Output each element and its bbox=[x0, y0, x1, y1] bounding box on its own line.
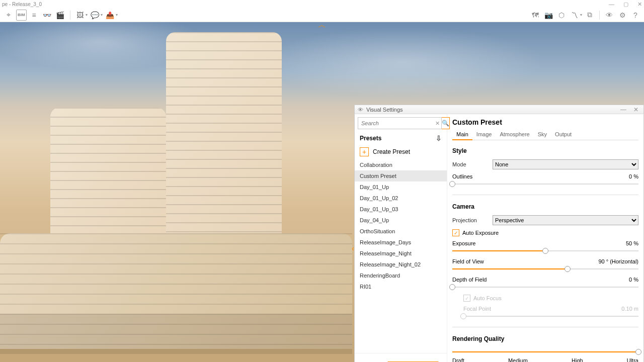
preset-item[interactable]: Day_04_Up bbox=[355, 215, 447, 226]
projection-label: Projection bbox=[452, 217, 493, 223]
menu-icon[interactable]: ≡ bbox=[29, 10, 40, 21]
fov-value: 90 bbox=[598, 258, 604, 264]
bim-button[interactable]: BIM bbox=[16, 10, 27, 21]
quality-label: High bbox=[572, 357, 583, 362]
panel-collapse-icon[interactable]: ‹ bbox=[352, 244, 354, 252]
auto-focus-label: Auto Focus bbox=[473, 295, 502, 301]
exposure-label: Exposure bbox=[452, 240, 475, 246]
tab-output[interactable]: Output bbox=[551, 129, 576, 140]
eye-icon: 👁 bbox=[358, 107, 363, 113]
preset-item[interactable]: Day_01_Up_02 bbox=[355, 193, 447, 204]
settings-column: Custom Preset MainImageAtmosphereSkyOutp… bbox=[447, 114, 643, 362]
quality-slider[interactable] bbox=[452, 348, 638, 355]
preset-item[interactable]: Day_01_Up_03 bbox=[355, 204, 447, 215]
dof-label: Depth of Field bbox=[452, 277, 487, 283]
rendering-quality-heading: Rendering Quality bbox=[452, 335, 638, 342]
window-titlebar: pe - Release_3_0 — ▢ ✕ bbox=[0, 0, 644, 8]
visual-settings-panel: ‹ 👁 Visual Settings — ✕ ✕ 🔍 Presets ⇩ bbox=[354, 105, 644, 362]
projection-select[interactable]: Perspective bbox=[493, 215, 638, 225]
collapse-top-icon[interactable]: ︿ bbox=[318, 22, 326, 31]
dof-slider[interactable] bbox=[452, 284, 638, 291]
chevron-down-icon[interactable]: ▾ bbox=[101, 13, 103, 17]
outlines-slider[interactable] bbox=[452, 180, 638, 188]
preset-item[interactable]: Day_01_Up bbox=[355, 182, 447, 193]
clear-search-icon[interactable]: ✕ bbox=[435, 120, 440, 127]
preset-item[interactable]: RI01 bbox=[355, 281, 447, 292]
auto-exposure-checkbox[interactable]: ✓ bbox=[452, 229, 459, 236]
preset-item[interactable]: Custom Preset bbox=[355, 170, 447, 182]
window-maximize-button[interactable]: ▢ bbox=[623, 1, 628, 8]
chevron-down-icon[interactable]: ▾ bbox=[116, 13, 118, 17]
render-viewport[interactable]: ︿ ‹ 👁 Visual Settings — ✕ ✕ 🔍 bbox=[0, 22, 644, 362]
clapperboard-icon[interactable]: 🎬 bbox=[55, 10, 66, 21]
main-toolbar: ⌖ BIM ≡ 👓 🎬 🖼▾ 💬▾ 📤▾ 🗺 📷 ⬡ 〽▾ ⧉ 👁 ⚙ ? bbox=[0, 8, 644, 22]
binoculars-icon[interactable]: 👓 bbox=[42, 10, 53, 21]
focal-point-slider bbox=[463, 313, 638, 320]
outlines-label: Outlines bbox=[452, 173, 472, 179]
presets-column: ✕ 🔍 Presets ⇩ + Create Preset Collaborat… bbox=[355, 114, 447, 362]
camera-icon[interactable]: 📷 bbox=[543, 10, 554, 21]
chevron-down-icon[interactable]: ▾ bbox=[580, 13, 582, 17]
chevron-down-icon[interactable]: ▾ bbox=[86, 13, 88, 17]
fov-slider[interactable] bbox=[452, 265, 638, 273]
section-divider bbox=[452, 195, 638, 195]
section-divider bbox=[452, 327, 638, 327]
tab-main[interactable]: Main bbox=[452, 129, 472, 140]
window-close-button[interactable]: ✕ bbox=[637, 1, 642, 8]
create-preset-row[interactable]: + Create Preset bbox=[355, 144, 447, 159]
help-icon[interactable]: ? bbox=[630, 10, 641, 21]
dof-value: 0 bbox=[629, 277, 632, 283]
tab-atmosphere[interactable]: Atmosphere bbox=[496, 129, 533, 140]
quality-label: Medium bbox=[508, 357, 528, 362]
export-message-icon[interactable]: 💬 bbox=[90, 10, 101, 21]
focal-point-label: Focal Point bbox=[463, 306, 491, 312]
import-preset-icon[interactable]: ⇩ bbox=[436, 134, 442, 142]
window-minimize-button[interactable]: — bbox=[609, 1, 614, 8]
toolbar-separator bbox=[599, 11, 600, 20]
focal-point-unit: m bbox=[634, 306, 638, 312]
panel-minimize-button[interactable]: — bbox=[618, 106, 628, 113]
cursor-tool-icon[interactable]: ⌖ bbox=[3, 10, 14, 21]
map-icon[interactable]: 🗺 bbox=[530, 10, 541, 21]
focal-point-value: 0.10 bbox=[621, 306, 632, 312]
building-render bbox=[0, 32, 352, 354]
exposure-slider[interactable] bbox=[452, 247, 638, 254]
quality-label: Ultra bbox=[627, 357, 638, 362]
preset-item[interactable]: RenderingBoard bbox=[355, 270, 447, 281]
levels-icon[interactable]: 〽 bbox=[569, 10, 580, 21]
presets-heading: Presets bbox=[360, 135, 381, 142]
settings-tabs: MainImageAtmosphereSkyOutput bbox=[452, 129, 638, 140]
outlines-value: 0 bbox=[629, 173, 632, 179]
quality-label: Draft bbox=[452, 357, 464, 362]
gear-icon[interactable]: ⚙ bbox=[617, 10, 628, 21]
tab-image[interactable]: Image bbox=[472, 129, 496, 140]
search-input[interactable] bbox=[358, 117, 442, 129]
clip-icon[interactable]: ⧉ bbox=[584, 10, 595, 21]
preset-item[interactable]: ReleaseImage_Night bbox=[355, 248, 447, 259]
cube-icon[interactable]: ⬡ bbox=[556, 10, 567, 21]
create-preset-label: Create Preset bbox=[373, 148, 410, 155]
auto-exposure-label: Auto Exposure bbox=[462, 230, 499, 236]
preset-item[interactable]: ReleaseImage_Days bbox=[355, 237, 447, 248]
outlines-unit: % bbox=[633, 173, 638, 179]
panel-close-button[interactable]: ✕ bbox=[631, 106, 640, 113]
preset-list: CollaborationCustom PresetDay_01_UpDay_0… bbox=[355, 159, 447, 353]
panel-titlebar[interactable]: 👁 Visual Settings — ✕ bbox=[355, 105, 643, 114]
dof-unit: % bbox=[633, 277, 638, 283]
quality-labels: DraftMediumHighUltra bbox=[452, 357, 638, 362]
exposure-unit: % bbox=[633, 240, 638, 246]
camera-heading: Camera bbox=[452, 203, 638, 210]
preset-item[interactable]: OrthoSituation bbox=[355, 226, 447, 237]
plus-icon: + bbox=[360, 147, 369, 156]
eye-icon[interactable]: 👁 bbox=[604, 10, 615, 21]
preset-item[interactable]: ReleaseImage_Night_02 bbox=[355, 259, 447, 270]
tab-sky[interactable]: Sky bbox=[534, 129, 551, 140]
fov-unit: ° (Horizontal) bbox=[606, 258, 638, 264]
mode-select[interactable]: None bbox=[493, 159, 638, 169]
exposure-value: 50 bbox=[626, 240, 632, 246]
export-image-icon[interactable]: 🖼 bbox=[74, 10, 86, 21]
auto-focus-checkbox: ✓ bbox=[463, 295, 470, 302]
export-icon[interactable]: 📤 bbox=[105, 10, 116, 21]
panel-title: Visual Settings bbox=[366, 107, 615, 113]
preset-item[interactable]: Collaboration bbox=[355, 159, 447, 170]
